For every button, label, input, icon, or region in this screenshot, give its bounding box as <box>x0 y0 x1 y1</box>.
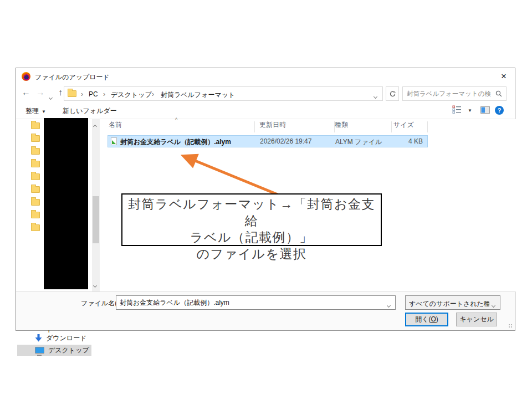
sort-ascending-icon: ^ <box>175 117 177 122</box>
sidebar-scrollbar[interactable] <box>92 119 100 291</box>
breadcrumb-separator: › <box>81 90 83 98</box>
close-icon[interactable]: × <box>497 70 510 83</box>
up-icon[interactable]: ↑ <box>58 88 63 98</box>
sidebar-item-downloads[interactable]: ダウンロード <box>35 332 96 344</box>
column-header-name[interactable]: 名前 <box>109 120 122 134</box>
file-date: 2026/02/26 19:47 <box>260 137 311 145</box>
help-icon: ? <box>495 106 504 115</box>
filetype-select[interactable]: すべてのサポートされた種類 (*.proj <box>405 295 500 310</box>
folder-icon[interactable] <box>31 186 40 193</box>
recent-locations-chevron-icon[interactable] <box>49 91 52 101</box>
back-icon[interactable]: ← <box>22 88 30 98</box>
file-upload-dialog: ファイルのアップロード × ← → ↑ › PC › デスクトップ › 封筒ラベ… <box>16 68 515 331</box>
filetype-chevron-icon <box>492 301 495 309</box>
sidebar-item-label: デスクトップ <box>48 346 89 355</box>
annotation-line-1: 封筒ラベルフォーマット→「封筒お金支給 <box>122 196 381 229</box>
sidebar-item-label: ダウンロード <box>46 334 86 343</box>
folder-icon[interactable] <box>31 122 40 129</box>
download-arrow-icon <box>35 334 42 342</box>
folder-icon[interactable] <box>31 161 40 167</box>
search-box <box>402 86 507 101</box>
scrollbar-thumb[interactable] <box>93 196 99 243</box>
file-type: ALYM ファイル <box>335 137 382 147</box>
scroll-up-icon[interactable] <box>92 122 100 131</box>
file-size: 4 KB <box>408 137 423 145</box>
annotation-line-3: のファイルを選択 <box>122 245 381 262</box>
filetype-value: すべてのサポートされた種類 (*.proj <box>409 299 489 309</box>
redacted-folder-names <box>44 118 88 289</box>
annotation-line-2: ラベル（記載例）」 <box>122 229 381 245</box>
column-header-size[interactable]: サイズ <box>393 120 414 134</box>
column-header-type[interactable]: 種類 <box>335 120 348 134</box>
refresh-icon <box>389 90 396 98</box>
preview-pane-icon <box>480 106 490 114</box>
column-header-date[interactable]: 更新日時 <box>259 120 286 134</box>
folder-icon[interactable] <box>31 212 40 218</box>
desktop-icon <box>35 347 44 354</box>
filename-input[interactable] <box>120 296 380 309</box>
sidebar: PC 3D オブジェクト ダウンロード デスクトップ <box>16 119 100 291</box>
details-view-icon <box>452 105 462 114</box>
preview-pane-button[interactable] <box>480 106 490 115</box>
folder-icon[interactable] <box>31 148 40 155</box>
alym-file-icon <box>111 137 117 145</box>
breadcrumb-item-folder[interactable]: 封筒ラベルフォーマット <box>161 90 235 100</box>
refresh-button[interactable] <box>386 86 399 101</box>
file-name: 封筒お金支給ラベル（記載例）.alym <box>120 137 231 147</box>
file-row-selected[interactable]: 封筒お金支給ラベル（記載例）.alym 2026/02/26 19:47 ALY… <box>108 135 428 147</box>
address-history-chevron-icon[interactable] <box>374 92 377 100</box>
new-folder-button[interactable]: 新しいフォルダー <box>63 106 117 116</box>
folder-icon[interactable] <box>31 173 40 180</box>
dialog-footer: ファイル名(N): すべてのサポートされた種類 (*.proj 開く(O) キャ… <box>16 291 515 330</box>
search-input[interactable] <box>407 88 491 100</box>
filename-dropdown-chevron-icon[interactable] <box>387 301 390 309</box>
folder-icon <box>68 90 76 99</box>
command-toolbar: 整理▼ 新しいフォルダー ▼ ? <box>16 103 515 119</box>
navigation-bar: ← → ↑ › PC › デスクトップ › 封筒ラベルフォーマット <box>16 85 515 103</box>
firefox-icon <box>22 72 30 81</box>
open-button[interactable]: 開く(O) <box>405 313 448 326</box>
forward-icon[interactable]: → <box>36 88 45 98</box>
address-bar[interactable]: › PC › デスクトップ › 封筒ラベルフォーマット <box>64 86 383 101</box>
title-bar: ファイルのアップロード × <box>16 68 515 85</box>
breadcrumb-item-desktop[interactable]: デスクトップ <box>111 90 152 100</box>
folder-icon[interactable] <box>31 199 40 206</box>
breadcrumb-separator: › <box>103 90 105 98</box>
cancel-button[interactable]: キャンセル <box>456 313 497 326</box>
search-icon <box>495 90 502 97</box>
organize-label: 整理 <box>25 107 39 115</box>
sidebar-item-desktop[interactable]: デスクトップ <box>17 345 91 356</box>
help-button[interactable]: ? <box>495 106 504 115</box>
breadcrumb-item-pc[interactable]: PC <box>89 90 98 98</box>
window-title: ファイルのアップロード <box>35 73 110 82</box>
view-caret-icon[interactable]: ▼ <box>468 108 472 113</box>
folder-icon[interactable] <box>31 224 40 231</box>
scroll-down-icon[interactable] <box>92 281 100 290</box>
change-view-button[interactable] <box>452 105 462 115</box>
breadcrumb-separator: › <box>152 90 154 98</box>
folder-icon[interactable] <box>31 135 40 142</box>
filename-combobox <box>116 295 396 310</box>
organize-button[interactable]: 整理▼ <box>25 106 46 116</box>
organize-caret-icon: ▼ <box>42 109 46 114</box>
annotation-callout: 封筒ラベルフォーマット→「封筒お金支給 ラベル（記載例）」 のファイルを選択 <box>121 193 382 246</box>
resize-grip-icon[interactable] <box>509 324 513 329</box>
